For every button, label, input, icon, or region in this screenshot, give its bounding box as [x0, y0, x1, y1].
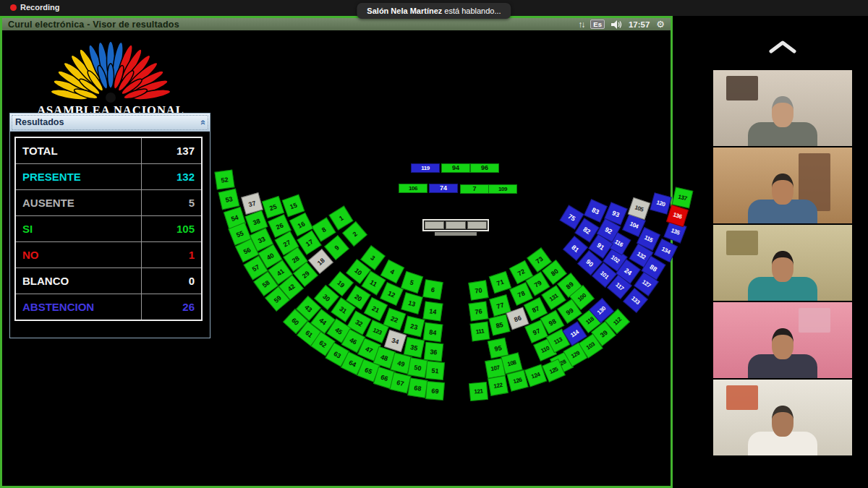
background-decor — [726, 385, 758, 410]
seat-52-si: 52 — [214, 169, 234, 189]
results-row-abstencion: ABSTENCION26 — [15, 294, 202, 321]
results-cell: 0 — [142, 268, 203, 294]
results-row-si: SI105 — [15, 216, 202, 242]
participant-face — [772, 251, 793, 282]
recording-label: Recording — [20, 3, 59, 12]
seat-36-si: 36 — [423, 341, 443, 361]
active-speaker-toast: Salón Nela Martínez está hablando... — [357, 3, 511, 19]
seat-119-abstencion: 119 — [411, 163, 440, 173]
seat-106-si: 106 — [399, 184, 427, 193]
results-cell: 132 — [142, 164, 203, 190]
results-cell: 5 — [142, 190, 203, 216]
recording-indicator: Recording — [10, 3, 59, 12]
seat-35-si: 35 — [403, 336, 425, 358]
seat-137-si: 137 — [671, 187, 693, 208]
results-panel: Resultados » TOTAL137PRESENTE132AUSENTE5… — [9, 113, 210, 338]
results-row-blanco: BLANCO0 — [15, 268, 202, 294]
background-decor — [726, 76, 758, 100]
seat-71-si: 71 — [488, 270, 511, 294]
seat-84-si: 84 — [422, 322, 443, 342]
seat-6-si: 6 — [422, 279, 443, 300]
recording-dot-icon — [10, 4, 17, 11]
results-row-total: TOTAL137 — [15, 137, 202, 164]
results-cell: AUSENTE — [15, 190, 142, 216]
results-cell: TOTAL — [15, 137, 142, 164]
seat-68-si: 68 — [407, 377, 428, 398]
seat-109-si: 109 — [488, 184, 517, 194]
background-decor — [799, 308, 830, 333]
background-decor — [726, 231, 758, 255]
seat-69-si: 69 — [425, 380, 444, 400]
seat-23-si: 23 — [403, 315, 425, 337]
seat-5-si: 5 — [400, 270, 423, 294]
results-cell: 1 — [142, 242, 203, 268]
participant-face — [772, 406, 793, 437]
seat-70-si: 70 — [468, 280, 489, 301]
speaker-icon[interactable] — [611, 20, 622, 29]
participant-face — [772, 174, 793, 205]
seat-50-si: 50 — [407, 357, 428, 378]
results-cell: 137 — [142, 137, 203, 164]
seat-7-si: 7 — [460, 184, 489, 194]
logo-fan-icon — [33, 37, 189, 103]
seat-120-abstencion: 120 — [650, 192, 672, 215]
seat-111-si: 111 — [469, 321, 490, 341]
results-table: TOTAL137PRESENTE132AUSENTE5SI105NO1BLANC… — [14, 137, 203, 321]
results-cell: PRESENTE — [15, 164, 142, 190]
participant-video-1[interactable] — [713, 70, 852, 146]
results-cell: ABSTENCION — [15, 294, 142, 321]
updown-arrows-icon[interactable]: ↑↓ — [578, 20, 584, 30]
keyboard-layout-badge[interactable]: Es — [590, 20, 605, 29]
seat-76-si: 76 — [468, 301, 488, 321]
active-speaker-name: Salón Nela Martínez — [367, 7, 442, 15]
results-cell: NO — [15, 242, 142, 268]
seat-14-si: 14 — [422, 301, 443, 321]
participant-face — [772, 328, 793, 359]
seat-122-si: 122 — [488, 375, 509, 396]
collapse-panel-icon[interactable]: » — [197, 119, 208, 124]
results-row-ausente: AUSENTE5 — [15, 190, 202, 216]
participant-face — [772, 96, 793, 127]
app-window: Recording Salón Nela Martínez está habla… — [0, 0, 868, 488]
active-speaker-suffix: está hablando... — [442, 7, 501, 15]
screen-share-region: Curul electrónica - Visor de resultados … — [0, 16, 673, 488]
window-titlebar: Curul electrónica - Visor de resultados … — [2, 18, 671, 30]
seat-96-si: 96 — [470, 163, 499, 173]
seat-94-si: 94 — [441, 163, 470, 173]
results-cell: SI — [15, 216, 142, 242]
seat-13-si: 13 — [401, 292, 423, 314]
results-row-no: NO1 — [15, 242, 202, 268]
results-cell: BLANCO — [15, 268, 142, 294]
collapse-videos-button[interactable] — [767, 38, 799, 56]
participant-video-5[interactable] — [713, 380, 852, 455]
window-title: Curul electrónica - Visor de resultados — [8, 20, 179, 30]
podium-base — [435, 232, 477, 236]
results-cell: 26 — [142, 294, 203, 321]
results-row-presente: PRESENTE132 — [15, 164, 202, 190]
seat-121-si: 121 — [468, 381, 488, 401]
results-cell: 105 — [142, 216, 203, 242]
podium — [422, 219, 489, 231]
clock-time: 17:57 — [629, 20, 650, 29]
participant-video-4[interactable] — [713, 302, 852, 378]
seat-51-si: 51 — [425, 360, 444, 380]
seat-53-si: 53 — [218, 188, 239, 210]
participant-video-3[interactable] — [713, 225, 852, 301]
seat-74-abstencion: 74 — [429, 184, 458, 193]
results-panel-title: Resultados — [15, 117, 64, 127]
results-panel-header: Resultados » — [10, 114, 210, 132]
participant-video-2[interactable] — [713, 147, 852, 223]
settings-gear-icon[interactable]: ⚙ — [656, 20, 665, 29]
